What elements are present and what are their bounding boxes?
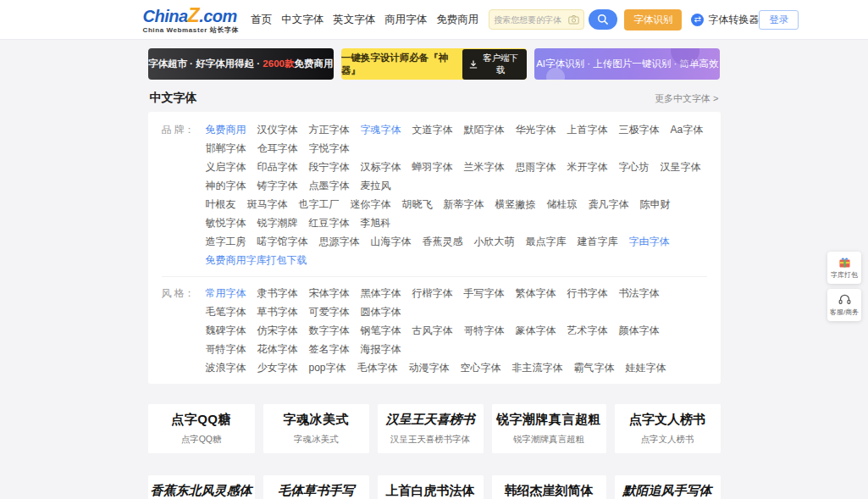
brand-filter-item[interactable]: 印品字体 [257,158,298,176]
brand-filter-item[interactable]: 建首字库 [578,232,618,251]
font-card[interactable]: 点字文人榜书 点字文人榜书 [615,404,721,453]
style-filter-item[interactable]: 可爱字体 [309,302,350,321]
brand-filter-item[interactable]: 汉标字体 [361,158,401,176]
style-filter-item[interactable]: 行书字体 [567,284,608,302]
style-filter-item[interactable]: 仿宋字体 [257,321,298,340]
brand-filter-item[interactable]: 敏悦字体 [206,213,246,232]
brand-filter-item[interactable]: 铸字字体 [257,176,298,195]
style-filter-item[interactable]: 手写字体 [464,284,505,302]
style-filter-item[interactable]: 娃娃字体 [626,358,666,377]
font-card[interactable]: 香蕉东北风灵感体 香蕉东北风灵感体 [148,475,255,499]
brand-filter-item[interactable]: 兰米字体 [464,158,505,176]
brand-filter-item[interactable]: 字心坊 [619,158,650,176]
style-filter-item[interactable]: 海报字体 [361,340,401,358]
brand-filter-item[interactable]: 点墨字体 [309,176,350,195]
style-filter-item[interactable]: 花体字体 [257,340,298,358]
font-pack-widget[interactable]: 字库打包 [827,252,861,284]
style-filter-item[interactable]: 圆体字体 [361,302,401,321]
style-filter-item[interactable]: 毛体字体 [357,358,398,377]
style-filter-item[interactable]: 空心字体 [461,358,501,377]
more-chinese-fonts-link[interactable]: 更多中文字体 > [655,92,718,105]
brand-filter-item[interactable]: 蝉羽字体 [412,158,453,176]
style-filter-item[interactable]: 常用字体 [206,284,246,302]
brand-filter-item[interactable]: 横竖撇捺 [495,195,536,213]
style-filter-item[interactable]: 动漫字体 [409,358,450,377]
login-button[interactable]: 登录 [759,10,799,30]
brand-filter-item[interactable]: 邯郸字体 [206,139,246,158]
style-filter-item[interactable]: 钢笔字体 [361,321,401,340]
font-card[interactable]: 点字QQ糖 点字QQ糖 [148,404,255,453]
brand-filter-item[interactable]: 上首字体 [567,120,608,139]
style-filter-item[interactable]: 少女字体 [257,358,298,377]
brand-filter-item[interactable]: 陈申财 [640,195,671,213]
brand-filter-item[interactable]: 小欣大萌 [474,232,515,251]
brand-filter-item[interactable]: 汉呈字体 [661,158,701,176]
brand-filter-item[interactable]: 迷你字体 [351,195,391,213]
brand-filter-item[interactable]: 三极字体 [619,120,660,139]
brand-filter-item[interactable]: 字悦字体 [309,139,350,158]
nav-item[interactable]: 免费商用 [436,13,478,27]
style-filter-item[interactable]: 草书字体 [257,302,298,321]
brand-filter-item[interactable]: 麦拉风 [361,176,391,195]
style-filter-item[interactable]: 隶书字体 [257,284,298,302]
brand-filter-item[interactable]: 山海字体 [371,232,412,251]
style-filter-item[interactable]: 哥特字体 [464,321,505,340]
brand-filter-item[interactable]: Aa字体 [671,120,704,139]
brand-filter-item[interactable]: 香蕉灵感 [423,232,463,251]
brand-filter-item[interactable]: 仓耳字体 [257,139,298,158]
brand-filter-item[interactable]: 默陌字体 [464,120,505,139]
brand-filter-item[interactable]: 免费商用字库打包下载 [206,251,307,269]
style-filter-item[interactable]: pop字体 [309,358,346,377]
brand-filter-item[interactable]: 方正字体 [309,120,350,139]
style-filter-item[interactable]: 艺术字体 [567,321,608,340]
font-card[interactable]: 毛体草书手写 毛体草书手写字体 [263,475,369,499]
brand-filter-item[interactable]: 段宁字体 [309,158,350,176]
brand-filter-item[interactable]: 最点字库 [526,232,567,251]
style-filter-item[interactable]: 签名字体 [309,340,350,358]
brand-filter-item[interactable]: 李旭科 [361,213,391,232]
banner-font-market[interactable]: 字体超市 · 好字体用得起 · 2600款免费商用 [148,48,334,80]
brand-filter-item[interactable]: 字魂字体 [361,120,401,139]
style-filter-item[interactable]: 颜体字体 [619,321,660,340]
style-filter-item[interactable]: 行楷字体 [412,284,453,302]
brand-filter-item[interactable]: 义启字体 [206,158,246,176]
nav-item[interactable]: 商用字体 [384,13,427,27]
brand-filter-item[interactable]: 字由字体 [629,232,670,251]
style-filter-item[interactable]: 波浪字体 [206,358,246,377]
style-filter-item[interactable]: 宋体字体 [309,284,350,302]
client-download-button[interactable]: 客户端下载 [462,49,527,80]
style-filter-item[interactable]: 魏碑字体 [206,321,246,340]
style-filter-item[interactable]: 非主流字体 [512,358,563,377]
brand-filter-item[interactable]: 叶根友 [206,195,236,213]
style-filter-item[interactable]: 古风字体 [412,321,453,340]
brand-filter-item[interactable]: 新蒂字体 [444,195,484,213]
nav-item[interactable]: 中文字体 [281,13,323,27]
brand-filter-item[interactable]: 汉仪字体 [257,120,298,139]
brand-filter-item[interactable]: 华光字体 [516,120,556,139]
brand-filter-item[interactable]: 斑马字体 [247,195,288,213]
style-filter-item[interactable]: 书法字体 [619,284,660,302]
style-filter-item[interactable]: 霸气字体 [574,358,615,377]
brand-filter-item[interactable]: 喏字馆字体 [257,232,308,251]
font-card[interactable]: 上首白虎书法体 上首白虎书法体 [378,475,484,499]
brand-filter-item[interactable]: 造字工房 [206,232,246,251]
style-filter-item[interactable]: 篆体字体 [516,321,556,340]
style-filter-item[interactable]: 黑体字体 [361,284,401,302]
brand-filter-item[interactable]: 胡晓飞 [402,195,433,213]
brand-filter-item[interactable]: 思源字体 [319,232,360,251]
brand-filter-item[interactable]: 思雨字体 [516,158,556,176]
font-card[interactable]: 韩绍杰崖刻简体 韩绍杰崖刻简体 [492,475,606,499]
style-filter-item[interactable]: 哥特字体 [206,340,246,358]
brand-filter-item[interactable]: 免费商用 [206,120,246,139]
banner-client-tool[interactable]: 一键换字设计师必备『神器』 客户端下载 [341,48,527,80]
nav-item[interactable]: 英文字体 [333,13,375,27]
font-card[interactable]: 锐字潮牌真言超粗 锐字潮牌真言超粗 [492,404,606,453]
brand-filter-item[interactable]: 文道字体 [412,120,453,139]
banner-ai-recognition[interactable]: AI字体识别 · 上传图片一键识别 · 简单高效 [534,48,720,80]
font-card[interactable]: 汉呈王天喜榜书 汉呈王天喜榜书字体 [378,404,484,453]
brand-filter-item[interactable]: 锐字潮牌 [257,213,298,232]
camera-icon[interactable] [568,14,579,25]
customer-service-widget[interactable]: 客服/商务 [827,289,861,321]
brand-filter-item[interactable]: 也字工厂 [299,195,340,213]
style-filter-item[interactable]: 毛笔字体 [206,302,246,321]
